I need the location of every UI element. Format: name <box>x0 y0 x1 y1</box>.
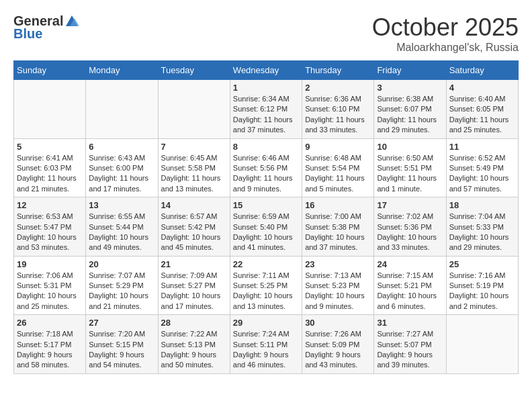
day-info: Sunrise: 7:18 AM Sunset: 5:17 PM Dayligh… <box>17 329 83 371</box>
day-number: 17 <box>377 200 443 210</box>
calendar-cell: 11Sunrise: 6:52 AM Sunset: 5:49 PM Dayli… <box>446 138 518 197</box>
day-number: 10 <box>377 142 443 152</box>
month-title: October 2025 <box>372 13 519 42</box>
day-number: 30 <box>305 318 371 328</box>
calendar-cell: 5Sunrise: 6:41 AM Sunset: 6:03 PM Daylig… <box>14 138 86 197</box>
calendar-cell <box>86 80 158 139</box>
day-number: 13 <box>89 200 154 210</box>
day-info: Sunrise: 6:59 AM Sunset: 5:40 PM Dayligh… <box>233 212 299 253</box>
calendar-cell <box>446 315 518 374</box>
day-info: Sunrise: 6:46 AM Sunset: 5:56 PM Dayligh… <box>233 153 299 195</box>
calendar-cell: 20Sunrise: 7:07 AM Sunset: 5:29 PM Dayli… <box>86 256 158 315</box>
day-number: 25 <box>449 259 515 269</box>
day-number: 24 <box>377 259 443 269</box>
day-number: 15 <box>233 200 299 210</box>
day-number: 9 <box>305 142 371 152</box>
day-number: 14 <box>161 200 227 210</box>
day-info: Sunrise: 7:06 AM Sunset: 5:31 PM Dayligh… <box>17 271 83 312</box>
calendar-cell: 1Sunrise: 6:34 AM Sunset: 6:12 PM Daylig… <box>230 80 302 139</box>
calendar-cell: 14Sunrise: 6:57 AM Sunset: 5:42 PM Dayli… <box>158 197 230 257</box>
weekday-header-tuesday: Tuesday <box>158 61 230 80</box>
calendar-cell: 2Sunrise: 6:36 AM Sunset: 6:10 PM Daylig… <box>302 80 374 139</box>
calendar-cell: 29Sunrise: 7:24 AM Sunset: 5:11 PM Dayli… <box>230 315 302 374</box>
calendar-header: SundayMondayTuesdayWednesdayThursdayFrid… <box>14 61 519 80</box>
day-info: Sunrise: 6:38 AM Sunset: 6:07 PM Dayligh… <box>377 94 443 136</box>
day-info: Sunrise: 6:40 AM Sunset: 6:05 PM Dayligh… <box>449 94 515 136</box>
day-info: Sunrise: 6:43 AM Sunset: 6:00 PM Dayligh… <box>89 153 154 195</box>
calendar-table: SundayMondayTuesdayWednesdayThursdayFrid… <box>13 60 519 374</box>
day-info: Sunrise: 6:36 AM Sunset: 6:10 PM Dayligh… <box>305 94 371 136</box>
day-info: Sunrise: 7:07 AM Sunset: 5:29 PM Dayligh… <box>89 271 154 312</box>
location: Maloarkhangel'sk, Russia <box>372 42 519 54</box>
calendar-cell: 26Sunrise: 7:18 AM Sunset: 5:17 PM Dayli… <box>14 315 86 374</box>
day-number: 18 <box>449 200 515 210</box>
day-info: Sunrise: 6:53 AM Sunset: 5:47 PM Dayligh… <box>17 212 83 253</box>
day-number: 1 <box>233 83 299 93</box>
calendar-cell: 19Sunrise: 7:06 AM Sunset: 5:31 PM Dayli… <box>14 256 86 315</box>
calendar-cell: 15Sunrise: 6:59 AM Sunset: 5:40 PM Dayli… <box>230 197 302 257</box>
calendar-cell: 13Sunrise: 6:55 AM Sunset: 5:44 PM Dayli… <box>86 197 158 257</box>
day-info: Sunrise: 6:48 AM Sunset: 5:54 PM Dayligh… <box>305 153 371 195</box>
day-info: Sunrise: 7:15 AM Sunset: 5:21 PM Dayligh… <box>377 271 443 312</box>
day-number: 12 <box>17 200 83 210</box>
weekday-header-thursday: Thursday <box>302 61 374 80</box>
calendar-cell: 9Sunrise: 6:48 AM Sunset: 5:54 PM Daylig… <box>302 138 374 197</box>
calendar-cell <box>158 80 230 139</box>
day-number: 29 <box>233 318 299 328</box>
day-number: 28 <box>161 318 227 328</box>
calendar-cell <box>14 80 86 139</box>
day-number: 2 <box>305 83 371 93</box>
day-number: 21 <box>161 259 227 269</box>
day-info: Sunrise: 6:57 AM Sunset: 5:42 PM Dayligh… <box>161 212 227 253</box>
calendar-cell: 7Sunrise: 6:45 AM Sunset: 5:58 PM Daylig… <box>158 138 230 197</box>
title-block: October 2025 Maloarkhangel'sk, Russia <box>372 13 519 54</box>
day-number: 6 <box>89 142 154 152</box>
calendar-cell: 17Sunrise: 7:02 AM Sunset: 5:36 PM Dayli… <box>374 197 446 257</box>
day-number: 8 <box>233 142 299 152</box>
logo: General Blue <box>13 13 81 42</box>
day-info: Sunrise: 6:50 AM Sunset: 5:51 PM Dayligh… <box>377 153 443 195</box>
day-number: 5 <box>17 142 83 152</box>
day-info: Sunrise: 6:55 AM Sunset: 5:44 PM Dayligh… <box>89 212 154 253</box>
day-info: Sunrise: 7:11 AM Sunset: 5:25 PM Dayligh… <box>233 271 299 312</box>
day-number: 3 <box>377 83 443 93</box>
calendar-cell: 12Sunrise: 6:53 AM Sunset: 5:47 PM Dayli… <box>14 197 86 257</box>
calendar-week-4: 26Sunrise: 7:18 AM Sunset: 5:17 PM Dayli… <box>14 315 519 374</box>
calendar-week-1: 5Sunrise: 6:41 AM Sunset: 6:03 PM Daylig… <box>14 138 519 197</box>
day-info: Sunrise: 7:04 AM Sunset: 5:33 PM Dayligh… <box>449 212 515 253</box>
day-info: Sunrise: 7:26 AM Sunset: 5:09 PM Dayligh… <box>305 329 371 371</box>
day-number: 4 <box>449 83 515 93</box>
day-info: Sunrise: 7:20 AM Sunset: 5:15 PM Dayligh… <box>89 329 154 371</box>
weekday-header-wednesday: Wednesday <box>230 61 302 80</box>
page-header: General Blue October 2025 Maloarkhangel'… <box>13 13 519 54</box>
day-info: Sunrise: 7:02 AM Sunset: 5:36 PM Dayligh… <box>377 212 443 253</box>
day-info: Sunrise: 7:27 AM Sunset: 5:07 PM Dayligh… <box>377 329 443 371</box>
calendar-cell: 6Sunrise: 6:43 AM Sunset: 6:00 PM Daylig… <box>86 138 158 197</box>
calendar-cell: 31Sunrise: 7:27 AM Sunset: 5:07 PM Dayli… <box>374 315 446 374</box>
calendar-cell: 28Sunrise: 7:22 AM Sunset: 5:13 PM Dayli… <box>158 315 230 374</box>
calendar-cell: 24Sunrise: 7:15 AM Sunset: 5:21 PM Dayli… <box>374 256 446 315</box>
calendar-cell: 30Sunrise: 7:26 AM Sunset: 5:09 PM Dayli… <box>302 315 374 374</box>
calendar-cell: 16Sunrise: 7:00 AM Sunset: 5:38 PM Dayli… <box>302 197 374 257</box>
day-number: 31 <box>377 318 443 328</box>
calendar-cell: 23Sunrise: 7:13 AM Sunset: 5:23 PM Dayli… <box>302 256 374 315</box>
weekday-header-monday: Monday <box>86 61 158 80</box>
calendar-week-0: 1Sunrise: 6:34 AM Sunset: 6:12 PM Daylig… <box>14 80 519 139</box>
day-number: 7 <box>161 142 227 152</box>
calendar-cell: 18Sunrise: 7:04 AM Sunset: 5:33 PM Dayli… <box>446 197 518 257</box>
day-info: Sunrise: 6:41 AM Sunset: 6:03 PM Dayligh… <box>17 153 83 195</box>
day-number: 22 <box>233 259 299 269</box>
day-number: 19 <box>17 259 83 269</box>
day-number: 26 <box>17 318 83 328</box>
calendar-cell: 22Sunrise: 7:11 AM Sunset: 5:25 PM Dayli… <box>230 256 302 315</box>
calendar-cell: 10Sunrise: 6:50 AM Sunset: 5:51 PM Dayli… <box>374 138 446 197</box>
calendar-cell: 8Sunrise: 6:46 AM Sunset: 5:56 PM Daylig… <box>230 138 302 197</box>
weekday-header-row: SundayMondayTuesdayWednesdayThursdayFrid… <box>14 61 519 80</box>
day-info: Sunrise: 6:45 AM Sunset: 5:58 PM Dayligh… <box>161 153 227 195</box>
day-info: Sunrise: 6:52 AM Sunset: 5:49 PM Dayligh… <box>449 153 515 195</box>
day-info: Sunrise: 7:13 AM Sunset: 5:23 PM Dayligh… <box>305 271 371 312</box>
day-number: 20 <box>89 259 154 269</box>
day-number: 23 <box>305 259 371 269</box>
day-info: Sunrise: 7:16 AM Sunset: 5:19 PM Dayligh… <box>449 271 515 312</box>
calendar-cell: 3Sunrise: 6:38 AM Sunset: 6:07 PM Daylig… <box>374 80 446 139</box>
